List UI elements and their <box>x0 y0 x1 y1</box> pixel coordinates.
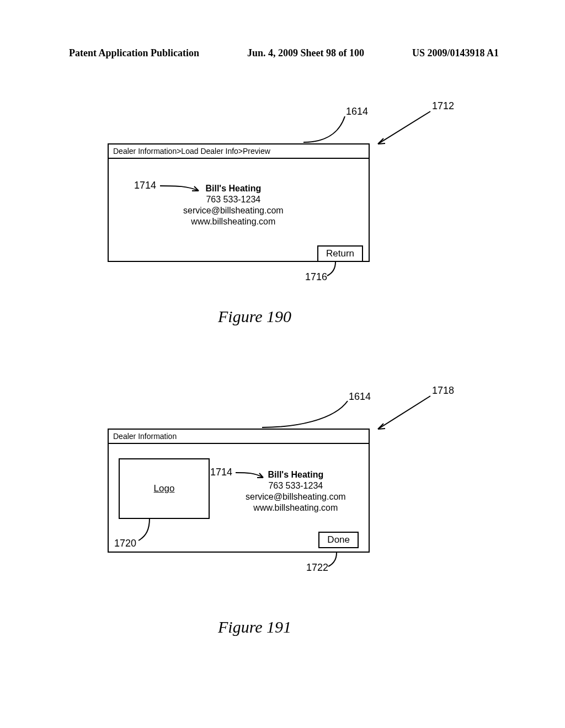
header-right: US 2009/0143918 A1 <box>412 47 499 59</box>
ref-1712: 1712 <box>432 100 454 112</box>
ref-1716: 1716 <box>305 271 327 283</box>
ref-1614-190: 1614 <box>346 106 368 117</box>
page-header: Patent Application Publication Jun. 4, 2… <box>0 47 565 59</box>
figure-190: Dealer Information>Load Dealer Info>Prev… <box>108 143 370 262</box>
ref-1722: 1722 <box>306 562 328 574</box>
header-left: Patent Application Publication <box>69 47 199 59</box>
ref-1718: 1718 <box>432 385 454 397</box>
dealer-web: www.billsheating.com <box>246 502 346 513</box>
done-button[interactable]: Done <box>318 532 359 548</box>
caption-191: Figure 191 <box>218 618 291 636</box>
header-center: Jun. 4, 2009 Sheet 98 of 100 <box>247 47 364 59</box>
breadcrumb-191: Dealer Information <box>109 430 369 444</box>
logo-label: Logo <box>154 483 175 494</box>
ref-1720: 1720 <box>114 538 136 549</box>
ref-1714-190: 1714 <box>134 180 156 191</box>
ref-1714-191: 1714 <box>210 467 232 478</box>
dealer-email: service@billsheating.com <box>246 491 346 502</box>
screen-190: Dealer Information>Load Dealer Info>Prev… <box>108 143 370 262</box>
dealer-phone: 763 533-1234 <box>246 480 346 491</box>
screen-body-190: Bill's Heating 763 533-1234 service@bill… <box>109 159 369 261</box>
logo-placeholder: Logo <box>119 458 210 519</box>
figure-191: Dealer Information Logo Bill's Heating 7… <box>108 429 370 553</box>
dealer-email: service@billsheating.com <box>183 205 284 216</box>
dealer-phone: 763 533-1234 <box>183 194 284 205</box>
return-button[interactable]: Return <box>317 245 363 262</box>
caption-190: Figure 190 <box>218 307 291 326</box>
ref-1614-191: 1614 <box>349 391 371 403</box>
dealer-web: www.billsheating.com <box>183 216 284 227</box>
